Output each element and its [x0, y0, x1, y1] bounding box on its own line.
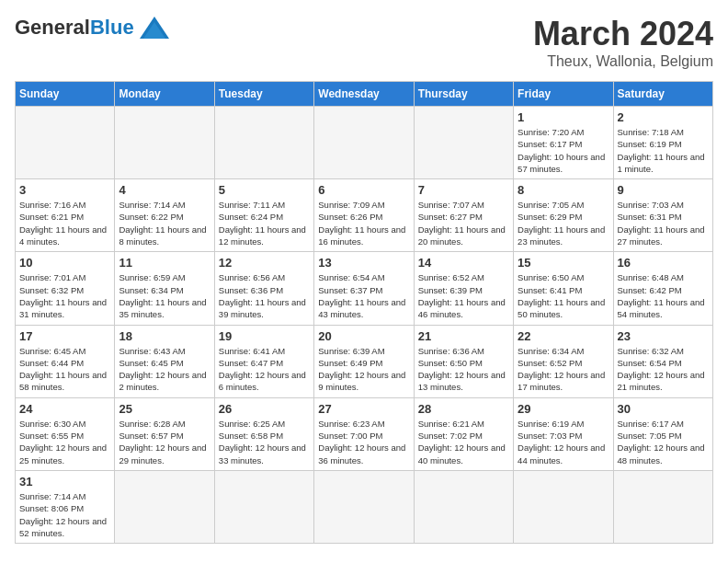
calendar-cell [214, 107, 313, 179]
day-number: 4 [119, 183, 210, 197]
calendar-cell [314, 470, 414, 543]
day-info: Sunrise: 6:43 AM Sunset: 6:45 PM Dayligh… [119, 345, 210, 394]
calendar-cell [214, 470, 313, 543]
day-info: Sunrise: 6:30 AM Sunset: 6:55 PM Dayligh… [19, 418, 110, 466]
day-number: 18 [119, 329, 210, 343]
day-number: 15 [518, 256, 609, 270]
calendar-cell [314, 107, 414, 179]
calendar-cell: 18Sunrise: 6:43 AM Sunset: 6:45 PM Dayli… [115, 325, 214, 397]
calendar-week-row: 3Sunrise: 7:16 AM Sunset: 6:21 PM Daylig… [16, 179, 713, 252]
day-info: Sunrise: 6:23 AM Sunset: 7:00 PM Dayligh… [318, 418, 409, 466]
day-info: Sunrise: 6:50 AM Sunset: 6:41 PM Dayligh… [518, 271, 609, 320]
calendar-cell: 1Sunrise: 7:20 AM Sunset: 6:17 PM Daylig… [514, 107, 613, 179]
calendar-cell [115, 107, 214, 179]
calendar-cell: 17Sunrise: 6:45 AM Sunset: 6:44 PM Dayli… [16, 325, 115, 397]
calendar-cell: 4Sunrise: 7:14 AM Sunset: 6:22 PM Daylig… [115, 179, 214, 252]
calendar-week-row: 24Sunrise: 6:30 AM Sunset: 6:55 PM Dayli… [16, 397, 713, 470]
day-number: 6 [318, 183, 409, 197]
calendar-cell: 16Sunrise: 6:48 AM Sunset: 6:42 PM Dayli… [613, 252, 712, 325]
day-info: Sunrise: 6:28 AM Sunset: 6:57 PM Dayligh… [119, 418, 210, 466]
day-number: 28 [418, 402, 509, 416]
calendar-cell [613, 470, 712, 543]
calendar-cell: 26Sunrise: 6:25 AM Sunset: 6:58 PM Dayli… [214, 397, 313, 470]
weekday-header-friday: Friday [514, 82, 613, 107]
location-subtitle: Theux, Wallonia, Belgium [533, 53, 713, 70]
day-number: 30 [618, 402, 709, 416]
day-info: Sunrise: 6:21 AM Sunset: 7:02 PM Dayligh… [418, 418, 509, 466]
day-info: Sunrise: 6:34 AM Sunset: 6:52 PM Dayligh… [518, 345, 609, 394]
day-number: 23 [618, 329, 709, 343]
calendar-week-row: 17Sunrise: 6:45 AM Sunset: 6:44 PM Dayli… [16, 325, 713, 397]
day-number: 1 [518, 110, 609, 124]
day-info: Sunrise: 7:11 AM Sunset: 6:24 PM Dayligh… [219, 199, 310, 247]
calendar-week-row: 10Sunrise: 7:01 AM Sunset: 6:32 PM Dayli… [16, 252, 713, 325]
calendar-cell: 21Sunrise: 6:36 AM Sunset: 6:50 PM Dayli… [414, 325, 513, 397]
day-number: 8 [518, 183, 609, 197]
calendar-cell [16, 107, 115, 179]
calendar-cell: 31Sunrise: 7:14 AM Sunset: 8:06 PM Dayli… [16, 470, 115, 543]
day-number: 21 [418, 329, 509, 343]
calendar-cell [115, 470, 214, 543]
day-info: Sunrise: 6:19 AM Sunset: 7:03 PM Dayligh… [518, 418, 609, 466]
calendar-week-row: 1Sunrise: 7:20 AM Sunset: 6:17 PM Daylig… [16, 107, 713, 179]
day-info: Sunrise: 7:01 AM Sunset: 6:32 PM Dayligh… [19, 271, 110, 320]
logo-blue-text: Blue [90, 16, 134, 40]
day-info: Sunrise: 6:54 AM Sunset: 6:37 PM Dayligh… [318, 271, 409, 320]
day-number: 26 [219, 402, 310, 416]
weekday-header-thursday: Thursday [414, 82, 513, 107]
calendar-cell: 23Sunrise: 6:32 AM Sunset: 6:54 PM Dayli… [613, 325, 712, 397]
calendar-cell: 22Sunrise: 6:34 AM Sunset: 6:52 PM Dayli… [514, 325, 613, 397]
day-info: Sunrise: 7:07 AM Sunset: 6:27 PM Dayligh… [418, 199, 509, 247]
day-number: 31 [19, 475, 110, 488]
day-info: Sunrise: 6:59 AM Sunset: 6:34 PM Dayligh… [119, 271, 210, 320]
logo: General Blue [15, 15, 171, 40]
day-info: Sunrise: 6:39 AM Sunset: 6:49 PM Dayligh… [318, 345, 409, 394]
day-number: 12 [219, 256, 310, 270]
day-number: 13 [318, 256, 409, 270]
day-number: 7 [418, 183, 509, 197]
day-info: Sunrise: 6:25 AM Sunset: 6:58 PM Dayligh… [219, 418, 310, 466]
month-title: March 2024 [533, 15, 713, 53]
day-info: Sunrise: 7:14 AM Sunset: 8:06 PM Dayligh… [19, 490, 110, 539]
calendar-cell [414, 470, 513, 543]
logo-icon [138, 15, 171, 40]
header: General Blue March 2024 Theux, Wallonia,… [15, 15, 713, 70]
calendar-cell: 24Sunrise: 6:30 AM Sunset: 6:55 PM Dayli… [16, 397, 115, 470]
day-info: Sunrise: 6:56 AM Sunset: 6:36 PM Dayligh… [219, 271, 310, 320]
day-info: Sunrise: 6:36 AM Sunset: 6:50 PM Dayligh… [418, 345, 509, 394]
calendar-cell: 6Sunrise: 7:09 AM Sunset: 6:26 PM Daylig… [314, 179, 414, 252]
weekday-header-wednesday: Wednesday [314, 82, 414, 107]
calendar-cell: 20Sunrise: 6:39 AM Sunset: 6:49 PM Dayli… [314, 325, 414, 397]
day-number: 5 [219, 183, 310, 197]
day-info: Sunrise: 6:41 AM Sunset: 6:47 PM Dayligh… [219, 345, 310, 394]
day-number: 11 [119, 256, 210, 270]
calendar-cell: 13Sunrise: 6:54 AM Sunset: 6:37 PM Dayli… [314, 252, 414, 325]
day-number: 17 [19, 329, 110, 343]
calendar-cell: 14Sunrise: 6:52 AM Sunset: 6:39 PM Dayli… [414, 252, 513, 325]
day-number: 24 [19, 402, 110, 416]
day-number: 27 [318, 402, 409, 416]
day-info: Sunrise: 7:03 AM Sunset: 6:31 PM Dayligh… [618, 199, 709, 247]
day-number: 9 [618, 183, 709, 197]
calendar-cell: 19Sunrise: 6:41 AM Sunset: 6:47 PM Dayli… [214, 325, 313, 397]
day-info: Sunrise: 7:16 AM Sunset: 6:21 PM Dayligh… [19, 199, 110, 247]
day-number: 29 [518, 402, 609, 416]
day-number: 22 [518, 329, 609, 343]
calendar-cell: 11Sunrise: 6:59 AM Sunset: 6:34 PM Dayli… [115, 252, 214, 325]
day-number: 20 [318, 329, 409, 343]
weekday-header-row: SundayMondayTuesdayWednesdayThursdayFrid… [16, 82, 713, 107]
calendar-cell: 5Sunrise: 7:11 AM Sunset: 6:24 PM Daylig… [214, 179, 313, 252]
calendar-cell: 28Sunrise: 6:21 AM Sunset: 7:02 PM Dayli… [414, 397, 513, 470]
weekday-header-saturday: Saturday [613, 82, 712, 107]
day-info: Sunrise: 6:45 AM Sunset: 6:44 PM Dayligh… [19, 345, 110, 394]
day-number: 25 [119, 402, 210, 416]
calendar-cell: 9Sunrise: 7:03 AM Sunset: 6:31 PM Daylig… [613, 179, 712, 252]
calendar-week-row: 31Sunrise: 7:14 AM Sunset: 8:06 PM Dayli… [16, 470, 713, 543]
day-info: Sunrise: 7:05 AM Sunset: 6:29 PM Dayligh… [518, 199, 609, 247]
day-info: Sunrise: 6:17 AM Sunset: 7:05 PM Dayligh… [618, 418, 709, 466]
day-info: Sunrise: 7:09 AM Sunset: 6:26 PM Dayligh… [318, 199, 409, 247]
calendar-cell: 12Sunrise: 6:56 AM Sunset: 6:36 PM Dayli… [214, 252, 313, 325]
day-number: 14 [418, 256, 509, 270]
calendar-cell: 7Sunrise: 7:07 AM Sunset: 6:27 PM Daylig… [414, 179, 513, 252]
day-info: Sunrise: 7:18 AM Sunset: 6:19 PM Dayligh… [618, 126, 709, 175]
